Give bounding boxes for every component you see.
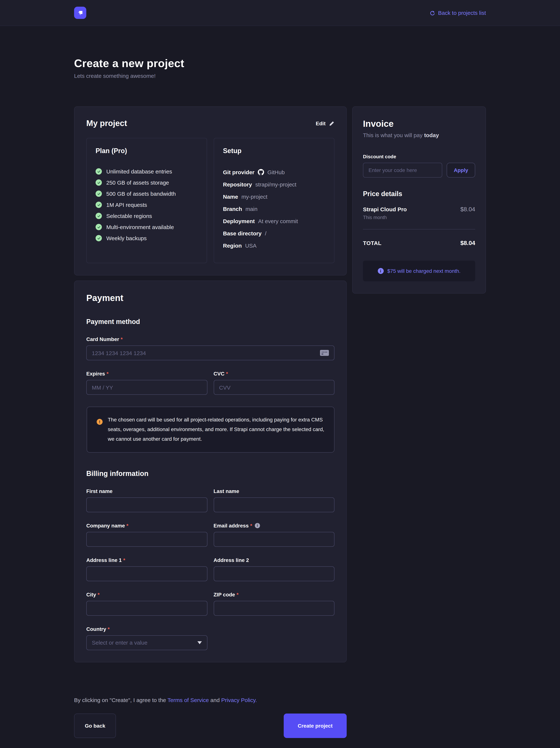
last-name-label: Last name <box>214 488 335 494</box>
setup-row-value: GitHub <box>267 169 285 175</box>
my-project-card: My project Edit Plan (Pro) <box>74 107 347 275</box>
price-details-title: Price details <box>363 190 475 198</box>
required-asterisk: * <box>226 371 228 377</box>
page-title: Create a new project <box>74 57 486 70</box>
city-input[interactable] <box>86 601 207 615</box>
required-asterisk: * <box>237 591 239 597</box>
edit-button[interactable]: Edit <box>316 120 335 126</box>
address-line-1-label: Address line 1* <box>86 557 207 563</box>
invoice-divider <box>363 229 475 230</box>
setup-row-repository: Repository strapi/my-project <box>223 181 325 188</box>
card-number-input[interactable] <box>86 346 335 360</box>
warning-icon: ! <box>97 419 103 425</box>
country-label: Country* <box>86 626 207 632</box>
required-asterisk: * <box>98 591 100 597</box>
setup-box: Setup Git provider GitHub Repository str… <box>214 138 335 263</box>
chevron-down-icon <box>197 641 202 644</box>
expires-label: Expires* <box>86 371 207 377</box>
next-month-charge-note: i $75 will be charged next month. <box>363 261 475 281</box>
price-item-amount: $8.04 <box>460 206 475 213</box>
required-asterisk: * <box>107 626 109 632</box>
setup-row-value: / <box>265 230 266 236</box>
next-month-charge-text: $75 will be charged next month. <box>387 268 460 274</box>
setup-row-value: strapi/my-project <box>255 181 296 187</box>
info-icon: i <box>378 268 384 274</box>
invoice-subtitle: This is what you will pay today <box>363 132 475 138</box>
plan-feature-label: Unlimited database entries <box>106 168 172 174</box>
plan-title: Plan (Pro) <box>96 147 198 155</box>
check-icon <box>96 213 102 219</box>
setup-row-label: Repository <box>223 181 252 187</box>
plan-feature: 250 GB of assets storage <box>96 180 198 186</box>
back-to-projects-link[interactable]: Back to projects list <box>430 9 486 16</box>
city-label: City* <box>86 591 207 597</box>
payment-method-title: Payment method <box>86 318 335 326</box>
setup-row-value: my-project <box>242 193 267 200</box>
credit-card-icon <box>320 349 329 356</box>
discount-code-input[interactable] <box>363 163 442 178</box>
price-line-item: Strapi Cloud Pro $8.04 <box>363 206 475 213</box>
edit-label: Edit <box>316 120 325 126</box>
check-icon <box>96 190 102 197</box>
pencil-icon <box>329 121 335 126</box>
setup-row-label: Git provider <box>223 169 254 175</box>
privacy-policy-link[interactable]: Privacy Policy. <box>221 697 257 703</box>
create-project-button[interactable]: Create project <box>284 714 347 738</box>
card-usage-notice: ! The chosen card will be used for all p… <box>87 406 335 452</box>
setup-row-label: Branch <box>223 206 242 212</box>
address-line-2-input[interactable] <box>214 566 335 581</box>
email-info-icon[interactable]: i <box>255 523 260 528</box>
address-line-1-input[interactable] <box>86 566 207 581</box>
company-name-input[interactable] <box>86 532 207 546</box>
check-icon <box>96 202 102 208</box>
terms-agreement-text: By clicking on "Create", I agree to the … <box>74 697 486 703</box>
plan-feature: 1M API requests <box>96 202 198 208</box>
github-icon <box>258 169 264 175</box>
setup-row-name: Name my-project <box>223 193 325 200</box>
plan-feature: Multi-environment available <box>96 224 198 230</box>
company-name-label: Company name* <box>86 522 207 529</box>
redo-arrow-icon <box>430 10 435 16</box>
cvc-input[interactable] <box>214 380 335 395</box>
invoice-card: Invoice This is what you will pay today … <box>352 107 486 294</box>
price-item-period: This month <box>363 215 475 220</box>
setup-row-deployment: Deployment At every commit <box>223 217 325 225</box>
plan-feature: Selectable regions <box>96 213 198 219</box>
total-amount: $8.04 <box>460 240 475 247</box>
first-name-input[interactable] <box>86 497 207 512</box>
check-icon <box>96 224 102 230</box>
check-icon <box>96 235 102 241</box>
terms-of-service-link[interactable]: Terms of Service <box>167 697 209 703</box>
plan-feature: Weekly backups <box>96 235 198 241</box>
required-asterisk: * <box>123 557 125 563</box>
email-address-input[interactable] <box>214 532 335 546</box>
go-back-button[interactable]: Go back <box>74 714 116 738</box>
last-name-input[interactable] <box>214 497 335 512</box>
required-asterisk: * <box>126 522 128 529</box>
total-row: TOTAL $8.04 <box>363 240 475 247</box>
required-asterisk: * <box>106 371 108 377</box>
payment-title: Payment <box>86 293 335 303</box>
setup-row-value: USA <box>245 242 257 249</box>
check-icon <box>96 168 102 174</box>
cvc-label: CVC* <box>214 371 335 377</box>
expires-input[interactable] <box>86 380 207 395</box>
required-asterisk: * <box>121 336 123 342</box>
setup-row-label: Base directory <box>223 230 262 236</box>
setup-rows: Git provider GitHub Repository strapi/my… <box>223 168 325 249</box>
billing-information-title: Billing information <box>86 469 335 477</box>
setup-title: Setup <box>223 147 325 155</box>
first-name-label: First name <box>86 488 207 494</box>
plan-feature-label: 250 GB of assets storage <box>106 180 169 186</box>
setup-row-base-directory: Base directory / <box>223 230 325 237</box>
apply-button[interactable]: Apply <box>447 163 475 178</box>
strapi-logo[interactable] <box>74 7 86 19</box>
country-select[interactable]: Select or enter a value <box>86 635 207 650</box>
discount-code-label: Discount code <box>363 154 475 159</box>
setup-row-label: Name <box>223 193 238 200</box>
top-navbar: Back to projects list <box>0 0 560 26</box>
zip-code-input[interactable] <box>214 601 335 615</box>
total-label: TOTAL <box>363 240 382 246</box>
required-asterisk: * <box>250 522 252 529</box>
card-number-label: Card Number* <box>86 336 335 342</box>
